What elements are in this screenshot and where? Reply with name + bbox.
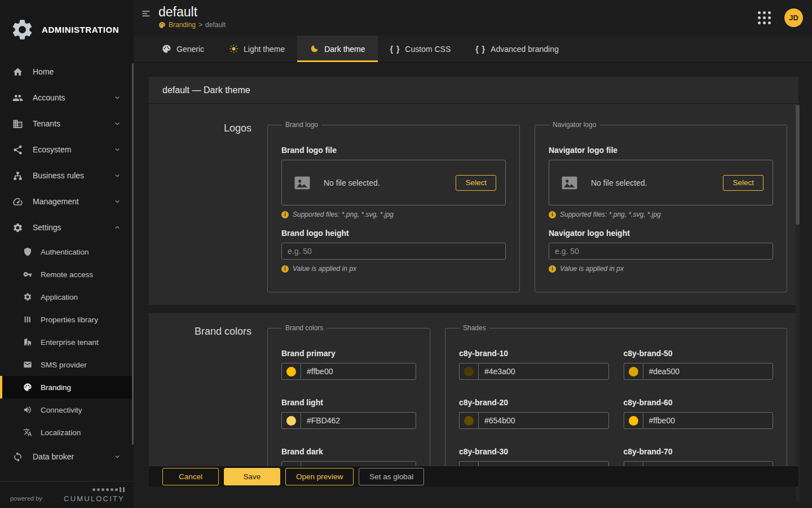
chevron-down-icon	[114, 172, 121, 179]
navigator-logo-dropzone[interactable]: No file selected. Select	[549, 160, 773, 205]
c8y-brand-20-input[interactable]	[478, 412, 609, 429]
sidebar-item-enterprise-tenant[interactable]: Enterprise tenant	[0, 331, 134, 353]
brand-logo-select-button[interactable]: Select	[456, 175, 496, 191]
sidebar-item-management[interactable]: Management	[0, 189, 134, 214]
color-field-label: Brand primary	[281, 349, 416, 358]
sidebar-item-remote-access[interactable]: Remote access	[0, 263, 134, 286]
color-dot	[629, 367, 638, 376]
color-swatch[interactable]	[624, 363, 643, 380]
content-heading: default — Dark theme	[149, 77, 798, 104]
brand-dark-input[interactable]	[301, 461, 416, 466]
brand-light-input[interactable]	[301, 412, 416, 429]
cumulocity-logo-text: CUMULOCITY	[64, 494, 125, 503]
brand-logo-no-file-text: No file selected.	[324, 178, 445, 187]
sidebar-item-ecosystem[interactable]: Ecosystem	[0, 137, 134, 163]
sidebar-item-branding[interactable]: Branding	[0, 376, 134, 398]
sidebar-item-tenants[interactable]: Tenants	[0, 111, 134, 137]
nav-collapse-icon[interactable]	[141, 8, 151, 19]
navigator-logo-select-button[interactable]: Select	[723, 175, 764, 191]
sidebar-item-authentication[interactable]: Authentication	[0, 240, 134, 263]
color-field-c8y-brand-60: c8y-brand-60	[624, 398, 774, 429]
color-field-c8y-brand-10: c8y-brand-10	[459, 349, 609, 380]
c8y-brand-70-input[interactable]	[643, 461, 774, 466]
sidebar-item-settings[interactable]: Settings	[0, 214, 134, 240]
gauge-icon	[12, 196, 23, 207]
app-name: ADMINISTRATION	[42, 25, 119, 34]
braces-icon: { }	[390, 45, 400, 54]
color-swatch[interactable]	[281, 461, 301, 466]
tab-generic[interactable]: Generic	[149, 36, 217, 62]
color-swatch[interactable]	[281, 412, 301, 429]
tab-label: Custom CSS	[405, 45, 451, 54]
tab-bar: Generic Light theme Dark theme { } Custo…	[134, 36, 812, 63]
image-placeholder-icon	[558, 173, 581, 192]
tab-label: Advanced branding	[491, 45, 559, 54]
brand-primary-input[interactable]	[301, 363, 416, 380]
sidebar-subitem-label: Enterprise tenant	[41, 338, 99, 347]
tab-light-theme[interactable]: Light theme	[217, 36, 297, 62]
sidebar-item-data-broker[interactable]: Data broker	[0, 444, 134, 470]
color-swatch[interactable]	[459, 412, 478, 429]
color-swatch[interactable]	[459, 363, 478, 380]
powered-by-label: powered by	[10, 495, 42, 503]
hint-text: Supported files: *.png, *.svg, *.jpg	[560, 211, 661, 218]
c8y-brand-60-input[interactable]	[643, 412, 774, 429]
sidebar-subitem-label: Properties library	[41, 316, 98, 324]
color-field-c8y-brand-30: c8y-brand-30	[459, 447, 609, 466]
sidebar-subitem-label: SMS provider	[41, 361, 87, 369]
tab-custom-css[interactable]: { } Custom CSS	[378, 36, 464, 62]
color-field-label: c8y-brand-20	[459, 398, 609, 407]
brand-logo-legend: Brand logo	[282, 121, 321, 129]
sidebar-item-home[interactable]: Home	[0, 59, 134, 85]
tab-advanced-branding[interactable]: { } Advanced branding	[463, 36, 571, 62]
sidebar-item-application[interactable]: Application	[0, 286, 134, 308]
color-swatch[interactable]	[624, 412, 643, 429]
app-switcher-grid-icon[interactable]	[758, 11, 771, 24]
avatar[interactable]: JD	[784, 8, 803, 27]
color-dot	[629, 416, 638, 426]
navigator-logo-height-input[interactable]	[549, 243, 773, 260]
sidebar-item-connectivity[interactable]: Connectivity	[0, 398, 134, 421]
color-swatch[interactable]	[281, 363, 301, 380]
color-field-c8y-brand-50: c8y-brand-50	[624, 349, 774, 380]
sidebar-item-properties-library[interactable]: Properties library	[0, 308, 134, 331]
c8y-brand-10-input[interactable]	[478, 363, 609, 380]
flowchart-icon	[12, 170, 23, 181]
breadcrumb-separator: >	[198, 21, 202, 29]
color-swatch[interactable]	[459, 461, 478, 466]
translate-icon	[23, 428, 32, 437]
megaphone-icon	[23, 405, 32, 414]
building-icon	[12, 119, 23, 129]
c8y-brand-50-input[interactable]	[643, 363, 774, 380]
sidebar-item-accounts[interactable]: Accounts	[0, 85, 134, 111]
color-swatch[interactable]	[624, 461, 643, 466]
sidebar-item-localization[interactable]: Localization	[0, 421, 134, 444]
brand-logo-dropzone[interactable]: No file selected. Select	[281, 160, 506, 205]
cumulocity-logo: CUMULOCITY	[64, 487, 125, 503]
content-scrollbar-thumb[interactable]	[796, 105, 800, 225]
sidebar-item-sms-provider[interactable]: SMS provider	[0, 353, 134, 376]
gear-icon	[23, 292, 32, 301]
chevron-down-icon	[114, 120, 121, 127]
hint-text: Value is applied in px	[293, 265, 356, 273]
info-icon: i	[281, 265, 289, 273]
sidebar-scrollbar-thumb[interactable]	[132, 63, 134, 445]
set-as-global-button[interactable]: Set as global	[359, 468, 424, 485]
save-button[interactable]: Save	[224, 468, 280, 485]
tab-dark-theme[interactable]: Dark theme	[297, 36, 377, 62]
breadcrumb-branding-link[interactable]: Branding	[169, 21, 196, 29]
brand-logo-height-input[interactable]	[281, 243, 506, 260]
users-icon	[12, 93, 23, 103]
shades-fieldset: Shades c8y-brand-10 c8y-brand-50	[445, 324, 787, 466]
cancel-button[interactable]: Cancel	[162, 468, 219, 485]
brand-colors-panel: Brand colors Brand colors Brand primary …	[149, 313, 798, 466]
brand-colors-fieldset: Brand colors Brand primary Brand light	[267, 324, 430, 466]
tab-label: Dark theme	[324, 45, 365, 54]
sidebar: ADMINISTRATION Home Accounts Tenants Eco…	[0, 0, 134, 508]
open-preview-button[interactable]: Open preview	[285, 468, 354, 485]
c8y-brand-30-input[interactable]	[478, 461, 609, 466]
info-icon: i	[549, 211, 556, 218]
color-field-c8y-brand-70: c8y-brand-70	[624, 447, 774, 466]
tab-label: Generic	[176, 45, 204, 54]
sidebar-item-business-rules[interactable]: Business rules	[0, 163, 134, 189]
